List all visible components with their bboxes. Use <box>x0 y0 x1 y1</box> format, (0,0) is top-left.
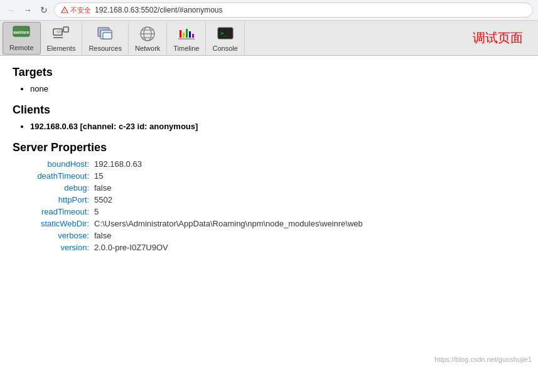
prop-key-5: staticWebDir: <box>19 219 94 228</box>
prop-row-4: readTimeout:5 <box>19 207 525 216</box>
prop-key-3: httpPort: <box>19 195 94 204</box>
prop-row-3: httpPort:5502 <box>19 195 525 204</box>
prop-key-7: version: <box>19 243 94 252</box>
network-label: Network <box>135 45 160 52</box>
resources-icon <box>95 24 116 43</box>
toolbar-title: 调试页面 <box>473 29 535 46</box>
remote-label: Remote <box>9 44 34 51</box>
toolbar-item-console[interactable]: >_ Console <box>206 22 244 55</box>
timeline-icon <box>176 24 196 43</box>
prop-key-0: boundHost: <box>19 159 94 169</box>
targets-heading: Targets <box>13 66 525 79</box>
prop-row-1: deathTimeout:15 <box>19 171 525 181</box>
prop-key-6: verbose: <box>19 231 94 240</box>
prop-value-3: 5502 <box>94 195 112 204</box>
timeline-label: Timeline <box>173 45 199 52</box>
toolbar-item-resources[interactable]: Resources <box>82 22 129 55</box>
address-bar[interactable]: ! 不安全 192.168.0.63:5502/client/#anonymou… <box>54 3 533 18</box>
console-icon: >_ <box>215 24 235 43</box>
targets-item-0: none <box>30 84 525 93</box>
svg-text:>_: >_ <box>220 30 227 36</box>
url-text: 192.168.0.63:5502/client/#anonymous <box>95 6 223 14</box>
page-content: Targets none Clients 192.168.0.63 [chann… <box>0 56 538 369</box>
clients-list: 192.168.0.63 [channel: c-23 id: anonymou… <box>30 122 525 131</box>
reload-button[interactable]: ↻ <box>38 4 50 16</box>
devtools-toolbar: weinre Remote </> Elements Resources <box>0 21 538 56</box>
svg-text:</>: </> <box>56 29 63 34</box>
svg-text:weinre: weinre <box>13 29 30 35</box>
toolbar-item-elements[interactable]: </> Elements <box>41 22 83 55</box>
remote-icon: weinre <box>11 25 31 43</box>
server-properties-table: boundHost:192.168.0.63deathTimeout:15deb… <box>19 159 525 252</box>
svg-rect-4 <box>63 27 68 32</box>
svg-text:!: ! <box>64 9 65 13</box>
watermark: https://blog.csdn.net/guoshujie1 <box>434 356 532 363</box>
prop-value-6: false <box>94 231 111 240</box>
prop-key-4: readTimeout: <box>19 207 94 216</box>
prop-value-1: 15 <box>94 171 103 181</box>
targets-list: none <box>30 84 525 93</box>
elements-icon: </> <box>51 24 71 43</box>
prop-key-1: deathTimeout: <box>19 171 94 181</box>
clients-item-0: 192.168.0.63 [channel: c-23 id: anonymou… <box>30 122 525 131</box>
resources-label: Resources <box>89 45 122 52</box>
elements-label: Elements <box>47 45 76 52</box>
svg-rect-9 <box>103 33 112 39</box>
browser-chrome: ← → ↻ ! 不安全 192.168.0.63:5502/client/#an… <box>0 0 538 21</box>
prop-value-4: 5 <box>94 207 99 216</box>
prop-key-2: debug: <box>19 183 94 193</box>
toolbar-item-network[interactable]: Network <box>129 22 167 55</box>
server-props-heading: Server Properties <box>13 141 525 154</box>
network-icon <box>137 24 158 43</box>
prop-value-2: false <box>94 183 111 193</box>
svg-rect-15 <box>180 30 181 38</box>
svg-rect-18 <box>189 31 191 38</box>
prop-row-5: staticWebDir:C:\Users\Administrator\AppD… <box>19 219 525 228</box>
prop-value-7: 2.0.0-pre-I0Z7U9OV <box>94 243 168 252</box>
prop-value-5: C:\Users\Administrator\AppData\Roaming\n… <box>94 219 363 228</box>
back-button[interactable]: ← <box>5 4 18 16</box>
browser-nav: ← → ↻ ! 不安全 192.168.0.63:5502/client/#an… <box>0 0 538 20</box>
prop-row-2: debug:false <box>19 183 525 193</box>
console-label: Console <box>212 45 237 52</box>
prop-row-0: boundHost:192.168.0.63 <box>19 159 525 169</box>
clients-heading: Clients <box>13 103 525 117</box>
prop-row-6: verbose:false <box>19 231 525 240</box>
prop-row-7: version:2.0.0-pre-I0Z7U9OV <box>19 243 525 252</box>
toolbar-item-timeline[interactable]: Timeline <box>167 22 206 55</box>
security-warning: ! 不安全 <box>61 6 91 15</box>
forward-button[interactable]: → <box>21 4 34 16</box>
svg-rect-16 <box>183 33 185 38</box>
toolbar-item-remote[interactable]: weinre Remote <box>3 22 41 55</box>
svg-rect-19 <box>192 34 194 38</box>
prop-value-0: 192.168.0.63 <box>94 159 142 169</box>
svg-rect-17 <box>186 29 188 38</box>
